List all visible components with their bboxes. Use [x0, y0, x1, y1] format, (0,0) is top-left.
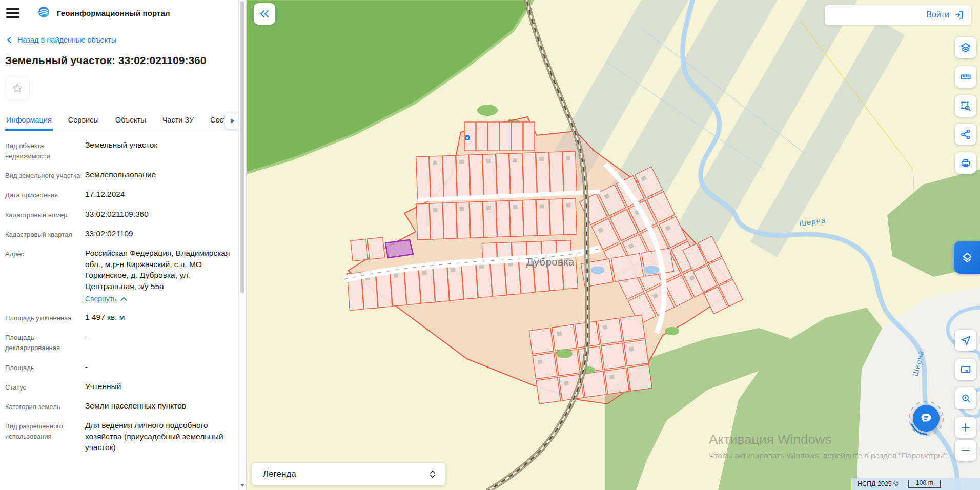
attribute-value: - [85, 331, 239, 353]
attribute-value: Землепользование [85, 169, 239, 181]
chevron-up-icon [120, 297, 127, 301]
attribute-row: Площадь - [5, 361, 239, 373]
menu-icon[interactable] [6, 6, 19, 19]
attribute-row: Статус Учтенный [5, 381, 239, 393]
attribute-label: Площадь декларированная [5, 331, 85, 353]
zoom-in-button[interactable] [955, 417, 976, 438]
attribute-row: Дата присвоения 17.12.2024 [5, 189, 239, 200]
attribute-value: Земли населенных пунктов [85, 400, 239, 412]
locate-icon [960, 335, 971, 346]
attribute-row: Площадь уточненная 1 497 кв. м [5, 312, 239, 323]
minimap-icon [960, 364, 971, 375]
attribute-label: Площадь уточненная [5, 312, 85, 323]
print-button[interactable] [955, 152, 976, 174]
favorite-button[interactable] [5, 76, 30, 100]
panel-toggle-button[interactable] [954, 241, 980, 274]
attribute-row: Кадастровый номер 33:02:021109:360 [5, 209, 239, 220]
share-button[interactable] [955, 124, 976, 145]
attribute-list: Вид объекта недвижимости Земельный участ… [5, 139, 239, 453]
attribute-value: 1 497 кв. м [85, 312, 239, 323]
back-link[interactable]: Назад в найденные объекты [6, 36, 239, 44]
zoom-out-button[interactable] [955, 440, 976, 461]
attribute-row: Вид земельного участка Землепользование [5, 169, 239, 181]
search-area-icon [960, 393, 971, 404]
panel-content: Геоинформационный портал Назад в найденн… [0, 0, 239, 490]
collapse-panel-icon [259, 10, 270, 18]
object-info-panel: Геоинформационный портал Назад в найденн… [0, 0, 246, 490]
layers-button[interactable] [955, 37, 976, 58]
back-chevron-icon [6, 36, 12, 44]
attribute-value: Для ведения личного подсобного хозяйства… [85, 420, 239, 453]
back-link-label: Назад в найденные объекты [17, 36, 116, 44]
attribute-label: Адрес [5, 248, 85, 304]
panel-toggle-icon [961, 251, 974, 264]
area-select-icon [960, 100, 971, 112]
geoportal-app: Геоинформационный портал Назад в найденн… [0, 0, 980, 490]
search-area-button[interactable] [955, 387, 976, 409]
attribute-value: 33:02:021109:360 [85, 209, 239, 220]
scrollbar-thumb[interactable] [240, 1, 244, 293]
attribute-label: Площадь [5, 361, 85, 373]
tab-bar: Информация Сервисы Объекты Части ЗУ [5, 112, 239, 131]
attribute-label: Вид объекта недвижимости [5, 139, 85, 161]
tab[interactable]: Сервисы [67, 112, 100, 131]
attribute-value: Российская Федерация, Владимирская обл.,… [85, 248, 239, 304]
collapse-address-link[interactable]: Свернуть [85, 294, 116, 304]
attribute-label: Кадастровый квартал [5, 228, 85, 240]
attribute-label: Категория земель [5, 400, 85, 412]
basemap [247, 0, 980, 490]
selected-parcel[interactable] [385, 240, 413, 258]
share-icon [960, 129, 971, 140]
tab-overflow-button[interactable] [224, 113, 239, 129]
ruler-button[interactable] [955, 66, 976, 88]
attribution-text: НСПД 2025 © [858, 480, 898, 487]
attribute-row: Категория земель Земли населенных пункто… [5, 400, 239, 412]
area-select-button[interactable] [955, 95, 976, 117]
attribute-label: Вид земельного участка [5, 169, 85, 181]
attribute-row: Адрес Российская Федерация, Владимирская… [5, 248, 239, 304]
print-icon [960, 157, 971, 169]
legend-bar[interactable]: Легенда [252, 463, 445, 485]
zoom-out-icon [961, 445, 971, 456]
attribute-label: Статус [5, 381, 85, 393]
panel-scrollbar[interactable] [238, 0, 246, 490]
attribute-row: Площадь декларированная - [5, 331, 239, 353]
ruler-icon [960, 71, 971, 83]
place-label: Дубровка [526, 256, 575, 268]
chat-button[interactable] [907, 399, 946, 438]
attribute-row: Кадастровый квартал 33:02:021109 [5, 228, 239, 240]
portal-logo [38, 6, 50, 20]
tab[interactable]: Объекты [114, 112, 147, 131]
minimap-button[interactable] [955, 359, 976, 380]
panel-header: Геоинформационный портал [5, 0, 239, 24]
attribute-label: Кадастровый номер [5, 209, 85, 220]
collapse-panel-button[interactable] [254, 3, 275, 25]
zoom-in-icon [961, 422, 971, 433]
attribute-value: 33:02:021109 [85, 228, 239, 240]
legend-label: Легенда [263, 469, 296, 479]
layers-icon [960, 42, 971, 53]
attribute-value: 17.12.2024 [85, 189, 239, 200]
login-bar[interactable]: Войти [825, 5, 971, 25]
attribute-row: Вид разрешенного использования Для веден… [5, 420, 239, 453]
tab[interactable]: Информация [5, 112, 53, 131]
attribute-value: - [85, 361, 239, 373]
attribute-label: Вид разрешенного использования [5, 420, 85, 453]
login-icon [954, 10, 964, 20]
map-canvas[interactable]: Дубровка Шерна Шерна Активация Windows Ч… [246, 0, 980, 490]
login-label: Войти [926, 10, 949, 19]
attribute-label: Дата присвоения [5, 189, 85, 200]
star-icon [12, 83, 23, 94]
legend-expand-icon [429, 469, 436, 479]
locate-button[interactable] [955, 330, 976, 351]
attribute-value: Учтенный [85, 381, 239, 393]
tab[interactable]: Части ЗУ [161, 112, 195, 131]
map-attribution: НСПД 2025 © 100 m [851, 478, 980, 490]
attribute-value: Земельный участок [85, 139, 239, 161]
app-title: Геоинформационный портал [57, 9, 170, 17]
tab-overflow-arrow-icon [230, 118, 235, 124]
chat-icon [919, 411, 933, 425]
page-title: Земельный участок: 33:02:021109:360 [5, 54, 239, 67]
scroll-down-icon[interactable] [239, 482, 246, 489]
map-marker[interactable] [465, 135, 470, 140]
